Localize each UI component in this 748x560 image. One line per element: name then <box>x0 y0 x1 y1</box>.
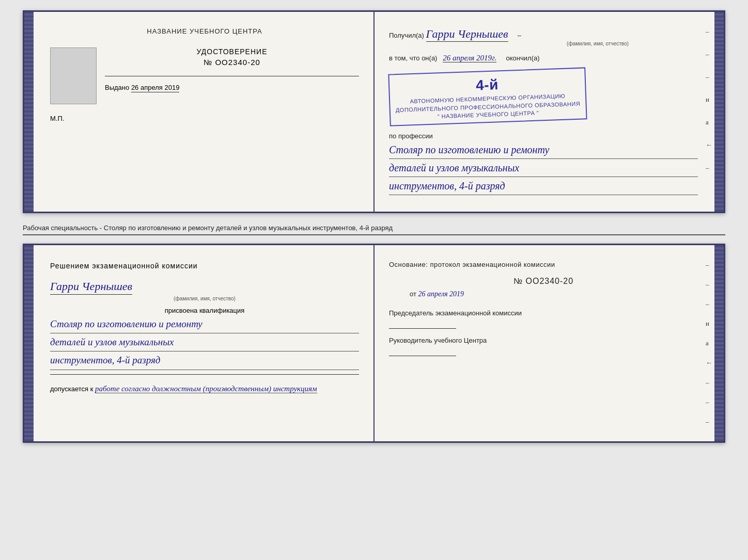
dopusk-label: допускается к <box>50 385 93 393</box>
protocol-number: № OO2340-20 <box>389 277 698 286</box>
допускается-section: допускается к работе согласно должностны… <box>50 383 359 395</box>
qualification-label: присвоена квалификация <box>50 307 359 314</box>
resolution-title: Решением экзаменационной комиссии <box>50 261 359 271</box>
vtom-line: в том, что он(а) 26 апреля 2019г. окончи… <box>389 54 698 62</box>
cert-number: № OO2340-20 <box>105 58 359 67</box>
issued-date: 26 апреля 2019 <box>131 84 180 92</box>
recipient-line: Получил(а) Гарри Чернышев – (фамилия, им… <box>389 27 698 46</box>
bottom-right-page: Основание: протокол экзаменационной коми… <box>375 245 724 441</box>
qual-line3: инструментов, 4-й разряд <box>50 353 359 370</box>
person-name-section: Гарри Чернышев (фамилия, имя, отчество) <box>50 280 359 301</box>
recipient-name: Гарри Чернышев <box>426 27 508 42</box>
qual-line2: деталей и узлов музыкальных <box>50 334 359 351</box>
right-dashes-bottom: – – – и а ← – – – <box>706 261 712 426</box>
protocol-date: от 26 апреля 2019 <box>389 290 698 298</box>
issued-label: Выдано 26 апреля 2019 <box>105 84 359 92</box>
cert-title: УДОСТОВЕРЕНИЕ <box>105 47 359 56</box>
bottom-document: Решением экзаменационной комиссии Гарри … <box>23 244 725 443</box>
bottom-person-name: Гарри Чернышев <box>50 280 132 295</box>
profession-line1: Столяр по изготовлению и ремонту <box>389 142 698 159</box>
top-right-page: Получил(а) Гарри Чернышев – (фамилия, им… <box>375 12 724 212</box>
separator-text: Рабочая специальность - Столяр по изгото… <box>23 221 725 235</box>
rukovoditel-title: Руководитель учебного Центра <box>389 336 698 345</box>
protocol-date-value: 26 апреля 2019 <box>418 290 464 298</box>
osnование-title: Основание: протокол экзаменационной коми… <box>389 261 698 268</box>
recipient-label: Получил(а) <box>389 31 424 39</box>
fio-label-top: (фамилия, имя, отчество) <box>497 41 698 46</box>
rukovoditel-sig-line <box>389 356 456 356</box>
profession-line3: инструментов, 4-й разряд <box>389 178 698 195</box>
top-left-page: НАЗВАНИЕ УЧЕБНОГО ЦЕНТРА УДОСТОВЕРЕНИЕ №… <box>24 12 375 212</box>
profession-label: по профессии <box>389 132 698 140</box>
stamp-box: 4-й АВТОНОМНУЮ НЕКОММЕРЧЕСКУЮ ОРГАНИЗАЦИ… <box>388 67 587 126</box>
mp-label: М.П. <box>50 115 359 122</box>
fio-label-bottom: (фамилия, имя, отчество) <box>50 296 359 301</box>
right-dashes-top: – – – и а ← – <box>706 27 712 172</box>
cert-date: 26 апреля 2019г. <box>443 54 496 62</box>
dopusk-value: работе согласно должностным (производств… <box>95 385 317 393</box>
qualification-section: Столяр по изготовлению и ремонту деталей… <box>50 316 359 370</box>
photo-placeholder <box>50 47 97 104</box>
rukovoditel-block: Руководитель учебного Центра <box>389 336 698 356</box>
chairman-title: Председатель экзаменационной комиссии <box>389 309 698 318</box>
top-document: НАЗВАНИЕ УЧЕБНОГО ЦЕНТРА УДОСТОВЕРЕНИЕ №… <box>23 10 725 213</box>
chairman-sig-line <box>389 328 456 329</box>
profession-section: по профессии Столяр по изготовлению и ре… <box>389 132 698 195</box>
bottom-left-page: Решением экзаменационной комиссии Гарри … <box>24 245 375 441</box>
school-name-header: НАЗВАНИЕ УЧЕБНОГО ЦЕНТРА <box>50 27 359 35</box>
profession-line2: деталей и узлов музыкальных <box>389 160 698 177</box>
qual-line1: Столяр по изготовлению и ремонту <box>50 316 359 333</box>
chairman-block: Председатель экзаменационной комиссии <box>389 309 698 329</box>
